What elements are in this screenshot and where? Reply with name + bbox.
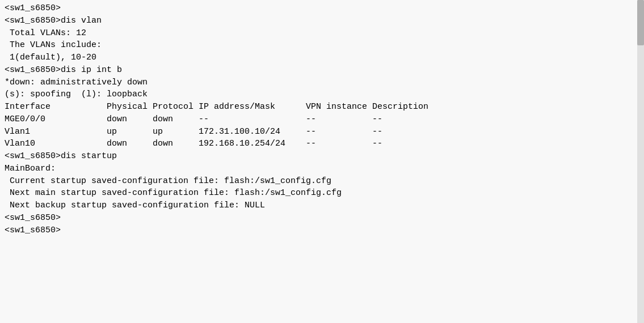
terminal-line: *down: administratively down [5, 76, 639, 89]
terminal-line: <sw1_s6850> [5, 224, 639, 237]
terminal-line: MainBoard: [5, 163, 639, 175]
terminal-line: MGE0/0/0 down down -- -- -- [5, 113, 639, 126]
terminal-line: Next backup startup saved-configuration … [5, 199, 639, 212]
terminal-line: Current startup saved-configuration file… [5, 175, 639, 188]
terminal-line: Total VLANs: 12 [5, 27, 639, 40]
terminal-line: <sw1_s6850> [5, 2, 639, 15]
terminal-line: Interface Physical Protocol IP address/M… [5, 101, 639, 113]
terminal-line: Next main startup saved-configuration fi… [5, 187, 639, 199]
terminal-line: <sw1_s6850>dis startup [5, 150, 639, 163]
terminal-line: <sw1_s6850>dis vlan [5, 15, 639, 27]
scrollbar[interactable] [637, 0, 644, 323]
terminal-line: (s): spoofing (l): loopback [5, 88, 639, 101]
terminal-line: Vlan1 up up 172.31.100.10/24 -- -- [5, 126, 639, 138]
terminal-line: <sw1_s6850>dis ip int b [5, 64, 639, 76]
scrollbar-thumb[interactable] [637, 0, 644, 45]
terminal-line: <sw1_s6850> [5, 212, 639, 224]
terminal-window[interactable]: <sw1_s6850><sw1_s6850>dis vlan Total VLA… [0, 0, 644, 323]
terminal-line: 1(default), 10-20 [5, 52, 639, 64]
terminal-line: Vlan10 down down 192.168.10.254/24 -- -- [5, 138, 639, 150]
terminal-line: The VLANs include: [5, 39, 639, 52]
